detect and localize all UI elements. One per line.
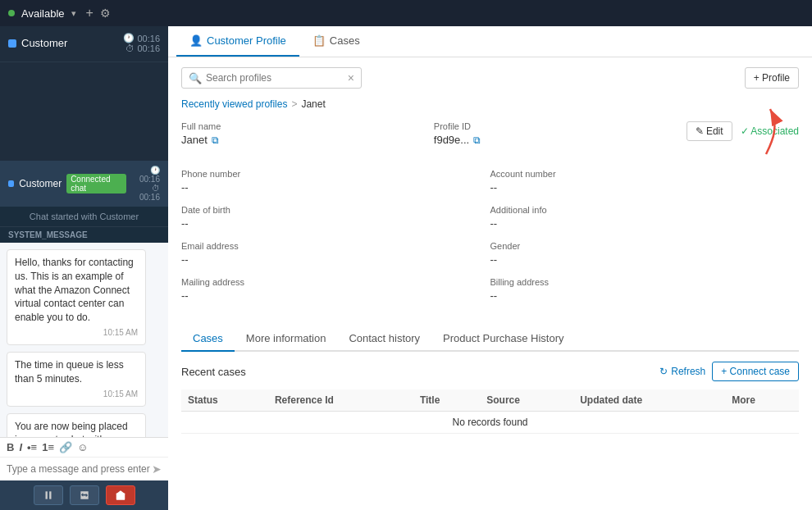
bold-button[interactable]: B [7, 441, 14, 453]
cases-tab-label: Cases [330, 34, 360, 47]
right-panel: 👤 Customer Profile 📋 Cases 🔍 × + Profile [168, 26, 812, 510]
gender-field: Gender -- [490, 241, 800, 266]
chat-times: 🕐 00:16 ⏱ 00:16 [131, 166, 160, 202]
email-field: Email address -- [181, 241, 490, 266]
transfer-button[interactable] [70, 485, 99, 505]
mailing-field: Mailing address -- [181, 277, 490, 302]
chat-input[interactable] [7, 463, 152, 475]
hold-icon [43, 490, 54, 501]
add-button[interactable]: + [86, 6, 94, 20]
inner-tab-product-purchase[interactable]: Product Purchase History [431, 326, 575, 352]
breadcrumb-separator: > [291, 98, 297, 110]
mailing-value: -- [181, 289, 490, 302]
system-message-label: SYSTEM_MESSAGE [0, 227, 168, 243]
chat-message-3: You are now being placed in queue to cha… [7, 413, 146, 437]
svg-rect-0 [45, 491, 47, 499]
gear-icon[interactable]: ⚙ [100, 7, 111, 20]
clear-icon[interactable]: × [348, 71, 354, 84]
refresh-icon: ↻ [659, 366, 668, 377]
contact-name: Customer [21, 37, 118, 49]
search-input[interactable] [206, 72, 344, 84]
status-chevron[interactable]: ▾ [71, 8, 76, 19]
emoji-button[interactable]: ☺ [77, 441, 88, 453]
breadcrumb: Recently viewed profiles > Janet [181, 98, 799, 110]
additional-field: Additional info -- [490, 205, 800, 230]
contact-times: 🕐 00:16 ⏱ 00:16 [123, 33, 160, 53]
billing-value: -- [490, 289, 800, 302]
inner-tab-contact-history[interactable]: Contact history [337, 326, 431, 352]
add-profile-button[interactable]: + Profile [745, 67, 799, 89]
profile-tab-icon: 👤 [189, 34, 203, 47]
cases-actions: ↻ Refresh + Connect case [659, 362, 799, 381]
col-reference-id: Reference Id [268, 389, 413, 412]
contact-dot [8, 39, 16, 48]
connect-case-button[interactable]: + Connect case [712, 362, 799, 381]
profile-actions: ✎ Edit ✓ Associated [687, 121, 799, 141]
bullet-list-button[interactable]: •≡ [27, 441, 37, 453]
inner-tab-more-info[interactable]: More information [235, 326, 338, 352]
ordered-list-button[interactable]: 1≡ [42, 441, 54, 453]
left-panel: Customer 🕐 00:16 ⏱ 00:16 Customer Co [0, 26, 168, 510]
fullname-copy-icon[interactable]: ⧉ [212, 134, 219, 146]
billing-field: Billing address -- [490, 277, 800, 302]
search-icon: 🔍 [189, 72, 202, 84]
refresh-button[interactable]: ↻ Refresh [659, 366, 705, 377]
chat-dot [8, 180, 14, 187]
chat-name: Customer [19, 178, 62, 189]
profile-tab-label: Customer Profile [207, 34, 286, 47]
connected-badge: Connected chat [66, 174, 125, 194]
hold-button[interactable] [34, 485, 63, 505]
profile-content: 🔍 × + Profile Recently viewed profiles >… [168, 57, 812, 510]
fullname-value: Janet [181, 134, 208, 146]
col-status: Status [181, 389, 268, 412]
profileid-value: f9d9e... [434, 134, 469, 146]
breadcrumb-current: Janet [301, 98, 325, 110]
end-icon [115, 490, 126, 501]
cases-table: Status Reference Id Title Source Updated… [181, 389, 799, 434]
account-field: Account number -- [490, 169, 800, 194]
phone-field: Phone number -- [181, 169, 490, 194]
chat-started-text: Chat started with Customer [0, 207, 168, 227]
additional-value: -- [490, 217, 800, 230]
tab-bar: 👤 Customer Profile 📋 Cases [168, 26, 812, 57]
timer-icon: ⏱ [125, 43, 135, 53]
chat-message-1: Hello, thanks for contacting us. This is… [7, 249, 146, 345]
top-bar: Available ▾ + ⚙ [0, 0, 812, 26]
chat-message-2: The time in queue is less than 5 minutes… [7, 352, 146, 407]
status-indicator [8, 10, 15, 16]
tab-customer-profile[interactable]: 👤 Customer Profile [176, 26, 299, 57]
no-records-message: No records found [181, 412, 799, 434]
profileid-copy-icon[interactable]: ⧉ [473, 134, 481, 146]
phone-value: -- [181, 181, 490, 194]
send-icon[interactable]: ➤ [152, 462, 162, 476]
profile-fields: Phone number -- Account number -- Date o… [181, 169, 799, 313]
tab-cases[interactable]: 📋 Cases [299, 26, 373, 57]
col-title: Title [413, 389, 480, 412]
account-value: -- [490, 181, 800, 194]
col-updated-date: Updated date [573, 389, 725, 412]
chat-action-bar [0, 480, 168, 510]
end-button[interactable] [106, 485, 135, 505]
breadcrumb-root[interactable]: Recently viewed profiles [181, 98, 287, 110]
associated-badge: ✓ Associated [741, 125, 799, 137]
contact-time1: 00:16 [137, 34, 160, 43]
search-bar: 🔍 × + Profile [181, 67, 799, 89]
edit-button[interactable]: ✎ Edit [687, 121, 732, 141]
cases-title: Recent cases [181, 366, 659, 378]
cases-header: Recent cases ↻ Refresh + Connect case [181, 362, 799, 381]
contact-time2: 00:16 [137, 43, 160, 53]
dob-field: Date of birth -- [181, 205, 490, 230]
col-more: More [725, 389, 799, 412]
contact-item[interactable]: Customer 🕐 00:16 ⏱ 00:16 [0, 26, 168, 62]
fullname-field: Full name Janet ⧉ [181, 121, 434, 146]
link-button[interactable]: 🔗 [59, 441, 72, 453]
italic-button[interactable]: I [19, 441, 22, 453]
inner-tabs: Cases More information Contact history P… [181, 326, 799, 352]
inner-tab-cases[interactable]: Cases [181, 326, 235, 352]
chat-messages: Hello, thanks for contacting us. This is… [0, 243, 168, 437]
chat-toolbar: B I •≡ 1≡ 🔗 ☺ [0, 437, 168, 457]
svg-rect-1 [49, 491, 51, 499]
profile-top-row: Full name Janet ⧉ Profile ID f9d9e... ⧉ [181, 121, 799, 157]
dob-value: -- [181, 217, 490, 230]
transfer-icon [79, 490, 90, 501]
